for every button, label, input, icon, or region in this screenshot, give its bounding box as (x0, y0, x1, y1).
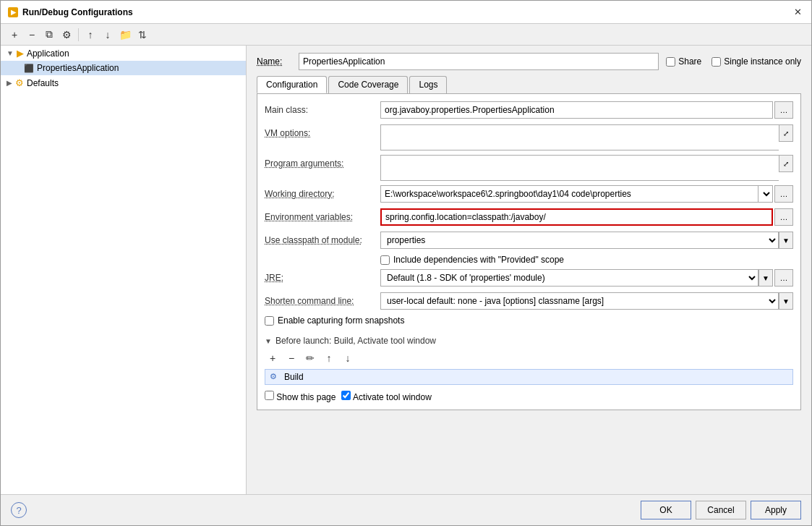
toolbar-separator-1 (78, 28, 79, 41)
vm-options-input-wrapper: ⤢ (380, 124, 793, 150)
tree-application-group[interactable]: ▼ ▶ Application (1, 46, 246, 61)
tabs: Configuration Code Coverage Logs (257, 76, 801, 94)
name-input[interactable] (299, 53, 659, 70)
title-bar: ▶ Run/Debug Configurations ✕ (1, 1, 811, 24)
single-instance-label: Single instance only (711, 56, 801, 67)
application-group-label: Application (27, 48, 69, 59)
move-up-button[interactable]: ↑ (82, 27, 98, 43)
enable-snapshots-checkbox[interactable] (265, 316, 274, 326)
enable-snapshots-row: Enable capturing form snapshots (265, 315, 793, 326)
build-item-label: Build (284, 372, 304, 382)
before-launch-bar: + − ✏ ↑ ↓ (265, 350, 793, 366)
ok-button[interactable]: OK (641, 501, 691, 519)
include-deps-checkbox[interactable] (380, 255, 390, 265)
tree-properties-application[interactable]: ⬛ PropertiesApplication (1, 61, 246, 75)
defaults-label: Defaults (27, 78, 59, 88)
before-launch-title: Before launch: Build, Activate tool wind… (275, 336, 436, 346)
class-icon: ⬛ (24, 64, 34, 73)
tree-defaults-group[interactable]: ▶ ⚙ Defaults (1, 75, 246, 90)
program-args-row: Program arguments: ⤢ (265, 155, 793, 181)
help-button[interactable]: ? (11, 502, 27, 518)
share-checkbox-label: Share (666, 56, 701, 67)
classpath-row: Use classpath of module: properties ▼ (265, 232, 793, 250)
working-dir-dropdown[interactable] (758, 185, 773, 203)
program-args-expand-button[interactable]: ⤢ (779, 155, 793, 172)
footer: ? OK Cancel Apply (1, 494, 811, 525)
properties-application-label: PropertiesApplication (37, 63, 119, 73)
working-dir-label: Working directory: (265, 185, 380, 199)
main-class-input[interactable] (380, 101, 773, 119)
activate-checkbox[interactable] (341, 391, 351, 400)
program-args-label: Program arguments: (265, 155, 380, 169)
defaults-icon: ⚙ (15, 77, 24, 88)
show-page-checkbox[interactable] (265, 391, 274, 400)
working-dir-browse-button[interactable]: … (774, 185, 793, 203)
close-button[interactable]: ✕ (791, 6, 804, 19)
classpath-label: Use classpath of module: (265, 232, 380, 245)
shorten-cmd-select[interactable]: user-local default: none - java [options… (380, 292, 779, 310)
before-launch-section: ▼ Before launch: Build, Activate tool wi… (265, 336, 793, 346)
program-args-input[interactable] (380, 155, 779, 181)
tab-configuration[interactable]: Configuration (257, 76, 327, 93)
vm-options-input[interactable] (380, 124, 779, 150)
jre-label: JRE: (265, 269, 380, 283)
bottom-row: Show this page Activate tool window (265, 391, 793, 402)
before-launch-down-button[interactable]: ↓ (340, 350, 356, 366)
share-checkbox[interactable] (666, 57, 675, 67)
single-instance-checkbox[interactable] (711, 57, 721, 67)
shorten-cmd-expand-button[interactable]: ▼ (779, 292, 793, 310)
main-class-browse-button[interactable]: … (774, 101, 793, 119)
remove-button[interactable]: − (24, 27, 40, 43)
activate-label: Activate tool window (341, 391, 431, 402)
settings-button[interactable]: ⚙ (59, 27, 74, 43)
chevron-down-icon: ▼ (7, 49, 14, 57)
enable-snapshots-label: Enable capturing form snapshots (278, 315, 404, 326)
move-down-button[interactable]: ↓ (100, 27, 116, 43)
copy-button[interactable]: ⧉ (41, 27, 57, 43)
tab-logs[interactable]: Logs (409, 76, 447, 93)
tab-code-coverage[interactable]: Code Coverage (328, 76, 408, 93)
collapse-icon: ▼ (265, 337, 272, 345)
vm-options-row: VM options: ⤢ (265, 124, 793, 150)
dialog-title: Run/Debug Configurations (22, 7, 133, 17)
before-launch-add-button[interactable]: + (265, 350, 281, 366)
right-panel: Name: Share Single instance only Confi (247, 46, 811, 494)
main-class-label: Main class: (265, 101, 380, 115)
main-content: ▼ ▶ Application ⬛ PropertiesApplication … (1, 46, 811, 494)
run-debug-dialog: ▶ Run/Debug Configurations ✕ + − ⧉ ⚙ ↑ ↓… (0, 0, 812, 526)
env-vars-browse-button[interactable]: … (774, 208, 793, 226)
footer-right: OK Cancel Apply (641, 501, 801, 519)
build-icon: ⚙ (270, 372, 280, 382)
title-bar-left: ▶ Run/Debug Configurations (8, 7, 133, 17)
left-panel: ▼ ▶ Application ⬛ PropertiesApplication … (1, 46, 247, 494)
dialog-icon: ▶ (8, 7, 18, 17)
include-deps-label: Include dependencies with "Provided" sco… (393, 255, 564, 265)
tab-content: Main class: … VM options: ⤢ Program argu… (257, 94, 801, 410)
classpath-expand-button[interactable]: ▼ (779, 232, 793, 249)
jre-expand-button[interactable]: ▼ (758, 269, 773, 287)
env-vars-row: Environment variables: … (265, 208, 793, 227)
include-deps-row: Include dependencies with "Provided" sco… (265, 255, 793, 265)
before-launch-edit-button[interactable]: ✏ (302, 350, 318, 366)
cancel-button[interactable]: Cancel (696, 501, 746, 519)
jre-select[interactable]: Default (1.8 - SDK of 'properties' modul… (380, 269, 758, 287)
main-class-row: Main class: … (265, 101, 793, 120)
classpath-select[interactable]: properties (380, 232, 779, 249)
build-item: ⚙ Build (265, 369, 793, 385)
before-launch-up-button[interactable]: ↑ (321, 350, 337, 366)
add-button[interactable]: + (7, 27, 22, 43)
working-dir-input[interactable] (380, 185, 758, 203)
before-launch-remove-button[interactable]: − (283, 350, 299, 366)
working-dir-row: Working directory: … (265, 185, 793, 204)
vm-options-expand-button[interactable]: ⤢ (779, 124, 793, 142)
apply-button[interactable]: Apply (751, 501, 801, 519)
folder-button[interactable]: 📁 (117, 27, 133, 43)
shorten-cmd-label: Shorten command line: (265, 292, 380, 306)
name-label: Name: (257, 56, 293, 67)
env-vars-input[interactable] (380, 208, 773, 226)
sort-button[interactable]: ⇅ (134, 27, 150, 43)
jre-row: JRE: Default (1.8 - SDK of 'properties' … (265, 269, 793, 288)
toolbar: + − ⧉ ⚙ ↑ ↓ 📁 ⇅ (1, 24, 811, 46)
jre-browse-button[interactable]: … (774, 269, 793, 287)
footer-left: ? (11, 502, 27, 518)
